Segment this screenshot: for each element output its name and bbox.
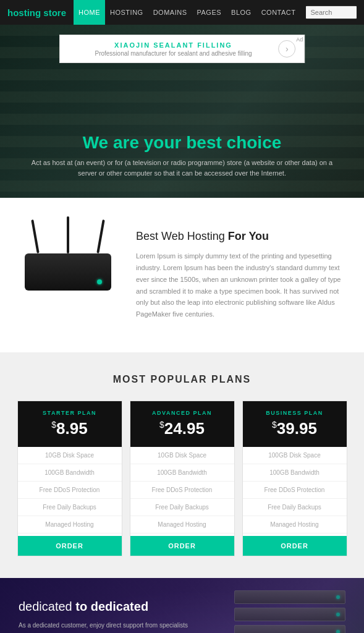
ad-title: XIAOJIN SEALANT FILLING [69,41,279,49]
dedicated-title-normal: dedicated [19,600,72,613]
plan-feature-1-4: Managed Hosting [130,516,234,533]
feature-body: Lorem Ipsum is simply dummy text of the … [136,250,345,320]
logo-normal: store [41,7,66,18]
dedicated-title: dedicated to dedicated [19,600,192,614]
logo-bold: hosting [7,7,41,18]
plan-feature-2-0: 100GB Disk Space [243,447,347,464]
hero-subtitle: Act as host at (an event) or for (a tele… [25,158,339,179]
dedicated-title-bold: to dedicated [72,600,148,613]
plan-order-button-1[interactable]: ORDER [130,536,234,556]
hero-section: Ad XIAOJIN SEALANT FILLING Professional … [0,25,364,198]
server-unit-3 [234,625,345,633]
antenna-1 [31,219,39,253]
site-logo: hosting store [7,7,66,18]
plans-title: MOST POPULAR PLANS [12,374,352,385]
plan-feature-0-0: 10GB Disk Space [18,447,122,464]
router-led [97,279,102,284]
plan-feature-0-2: Free DDoS Protection [18,482,122,499]
dedicated-section: dedicated to dedicated As a dedicated cu… [0,578,364,633]
plan-card-0: STARTER PLAN$8.9510GB Disk Space100GB Ba… [17,401,122,556]
dedicated-body: As a dedicated customer, enjoy direct su… [19,620,192,633]
plan-header-2: BUSINESS PLAN$39.95 [243,401,347,447]
feature-section: Best Web Hosting For You Lorem Ipsum is … [0,198,364,352]
server-unit-1 [234,590,345,604]
ad-banner: Ad XIAOJIN SEALANT FILLING Professional … [59,35,305,63]
plan-header-1: ADVANCED PLAN$24.95 [130,401,234,447]
plan-feature-0-4: Managed Hosting [18,516,122,533]
nav-item-home[interactable]: HOME [74,0,105,25]
ad-label: Ad [296,36,303,43]
feature-title: Best Web Hosting For You [136,230,345,243]
plan-features-2: 100GB Disk Space100GB BandwidthFree DDoS… [243,447,347,533]
main-header: hosting store HOMEHOSTINGDOMAINSPAGESBLO… [0,0,364,25]
plan-header-0: STARTER PLAN$8.95 [18,401,122,447]
dedicated-server-decor [228,584,352,633]
plan-feature-1-2: Free DDoS Protection [130,482,234,499]
plan-feature-1-1: 100GB Bandwidth [130,464,234,482]
plan-feature-2-4: Managed Hosting [243,516,347,533]
nav-item-contact[interactable]: CONTACT [256,0,301,25]
ad-arrow-button[interactable]: › [278,40,295,57]
feature-title-bold: For You [225,230,269,242]
plan-price-0: $8.95 [23,419,117,438]
plan-feature-1-3: Free Daily Backups [130,499,234,516]
plan-feature-0-3: Free Daily Backups [18,499,122,516]
plan-name-0: STARTER PLAN [23,410,117,416]
plan-order-button-2[interactable]: ORDER [243,536,347,556]
search-input[interactable] [306,6,357,19]
ad-banner-wrapper: Ad XIAOJIN SEALANT FILLING Professional … [46,31,319,67]
plan-price-2: $39.95 [248,419,342,438]
plan-feature-2-1: 100GB Bandwidth [243,464,347,482]
plan-features-0: 10GB Disk Space100GB BandwidthFree DDoS … [18,447,122,533]
router-body [25,253,111,291]
plan-name-1: ADVANCED PLAN [135,410,229,416]
plan-name-2: BUSINESS PLAN [248,410,342,416]
server-unit-2 [234,608,345,621]
plan-order-button-0[interactable]: ORDER [18,536,122,556]
antenna-3 [96,219,104,253]
hero-content: We are your best choice Act as host at (… [0,133,364,179]
feature-title-normal: Best Web Hosting [136,230,225,242]
plan-feature-2-3: Free Daily Backups [243,499,347,516]
ad-subtitle: Professional manufacturer for sealant an… [69,50,279,57]
plan-feature-1-0: 10GB Disk Space [130,447,234,464]
nav-item-domains[interactable]: DOMAINS [148,0,192,25]
nav-item-blog[interactable]: BLOG [226,0,256,25]
plan-card-2: BUSINESS PLAN$39.95100GB Disk Space100GB… [242,401,347,556]
nav-item-hosting[interactable]: HOSTING [105,0,148,25]
nav-item-pages[interactable]: PAGES [192,0,226,25]
plans-grid: STARTER PLAN$8.9510GB Disk Space100GB Ba… [12,401,352,556]
plan-features-1: 10GB Disk Space100GB BandwidthFree DDoS … [130,447,234,533]
plan-feature-2-2: Free DDoS Protection [243,482,347,499]
plans-section: MOST POPULAR PLANS STARTER PLAN$8.9510GB… [0,352,364,578]
main-nav: HOMEHOSTINGDOMAINSPAGESBLOGCONTACT [74,0,301,25]
dedicated-content: dedicated to dedicated As a dedicated cu… [19,600,192,633]
antenna-2 [67,216,69,253]
ad-content: XIAOJIN SEALANT FILLING Professional man… [69,41,279,57]
search-box[interactable]: 🔍 [306,6,357,19]
router-image [19,223,117,328]
feature-text: Best Web Hosting For You Lorem Ipsum is … [136,230,345,320]
plan-price-1: $24.95 [135,419,229,438]
plan-feature-0-1: 100GB Bandwidth [18,464,122,482]
hero-title: We are your best choice [25,133,339,153]
plan-card-1: ADVANCED PLAN$24.9510GB Disk Space100GB … [130,401,235,556]
